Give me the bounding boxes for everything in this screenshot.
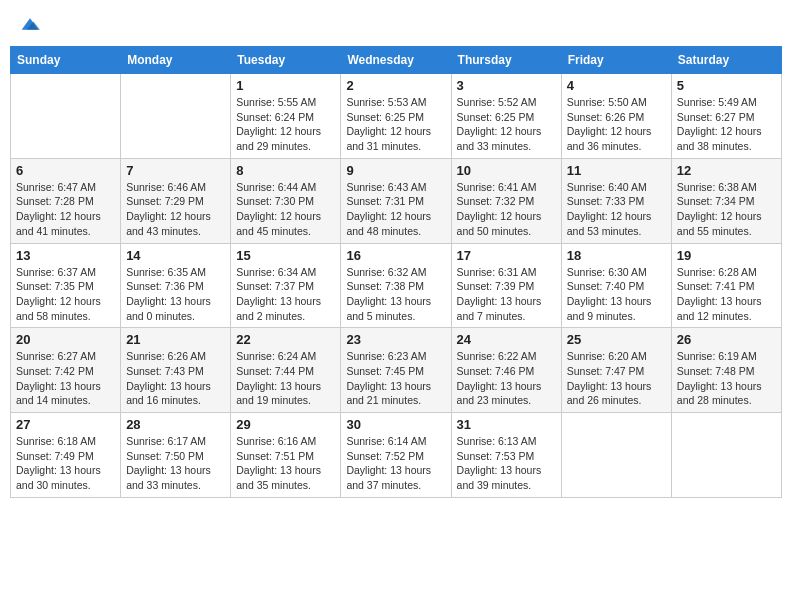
day-info: Sunrise: 5:50 AM Sunset: 6:26 PM Dayligh… <box>567 95 666 154</box>
day-info: Sunrise: 6:17 AM Sunset: 7:50 PM Dayligh… <box>126 434 225 493</box>
day-info: Sunrise: 6:35 AM Sunset: 7:36 PM Dayligh… <box>126 265 225 324</box>
day-info: Sunrise: 6:28 AM Sunset: 7:41 PM Dayligh… <box>677 265 776 324</box>
day-number: 24 <box>457 332 556 347</box>
logo-icon <box>20 14 40 34</box>
day-info: Sunrise: 6:18 AM Sunset: 7:49 PM Dayligh… <box>16 434 115 493</box>
day-number: 8 <box>236 163 335 178</box>
calendar-week-row: 1Sunrise: 5:55 AM Sunset: 6:24 PM Daylig… <box>11 74 782 159</box>
day-info: Sunrise: 6:37 AM Sunset: 7:35 PM Dayligh… <box>16 265 115 324</box>
calendar-day-cell: 18Sunrise: 6:30 AM Sunset: 7:40 PM Dayli… <box>561 243 671 328</box>
day-info: Sunrise: 6:43 AM Sunset: 7:31 PM Dayligh… <box>346 180 445 239</box>
page-header <box>10 10 782 38</box>
day-info: Sunrise: 5:49 AM Sunset: 6:27 PM Dayligh… <box>677 95 776 154</box>
calendar-day-cell: 27Sunrise: 6:18 AM Sunset: 7:49 PM Dayli… <box>11 413 121 498</box>
calendar-day-cell: 15Sunrise: 6:34 AM Sunset: 7:37 PM Dayli… <box>231 243 341 328</box>
calendar-day-cell: 25Sunrise: 6:20 AM Sunset: 7:47 PM Dayli… <box>561 328 671 413</box>
day-number: 21 <box>126 332 225 347</box>
day-number: 1 <box>236 78 335 93</box>
calendar-day-cell: 13Sunrise: 6:37 AM Sunset: 7:35 PM Dayli… <box>11 243 121 328</box>
day-number: 22 <box>236 332 335 347</box>
day-info: Sunrise: 6:40 AM Sunset: 7:33 PM Dayligh… <box>567 180 666 239</box>
day-number: 23 <box>346 332 445 347</box>
day-number: 20 <box>16 332 115 347</box>
calendar-week-row: 13Sunrise: 6:37 AM Sunset: 7:35 PM Dayli… <box>11 243 782 328</box>
calendar-day-header: Wednesday <box>341 47 451 74</box>
day-info: Sunrise: 5:52 AM Sunset: 6:25 PM Dayligh… <box>457 95 556 154</box>
day-number: 29 <box>236 417 335 432</box>
calendar-day-cell: 31Sunrise: 6:13 AM Sunset: 7:53 PM Dayli… <box>451 413 561 498</box>
day-info: Sunrise: 6:38 AM Sunset: 7:34 PM Dayligh… <box>677 180 776 239</box>
day-number: 31 <box>457 417 556 432</box>
day-number: 16 <box>346 248 445 263</box>
day-number: 15 <box>236 248 335 263</box>
day-number: 30 <box>346 417 445 432</box>
calendar-day-cell: 28Sunrise: 6:17 AM Sunset: 7:50 PM Dayli… <box>121 413 231 498</box>
day-info: Sunrise: 6:22 AM Sunset: 7:46 PM Dayligh… <box>457 349 556 408</box>
calendar-day-cell: 7Sunrise: 6:46 AM Sunset: 7:29 PM Daylig… <box>121 158 231 243</box>
day-number: 6 <box>16 163 115 178</box>
day-number: 25 <box>567 332 666 347</box>
logo <box>18 14 40 34</box>
day-number: 9 <box>346 163 445 178</box>
day-number: 18 <box>567 248 666 263</box>
day-number: 3 <box>457 78 556 93</box>
calendar-day-cell: 4Sunrise: 5:50 AM Sunset: 6:26 PM Daylig… <box>561 74 671 159</box>
day-info: Sunrise: 5:53 AM Sunset: 6:25 PM Dayligh… <box>346 95 445 154</box>
day-info: Sunrise: 6:27 AM Sunset: 7:42 PM Dayligh… <box>16 349 115 408</box>
calendar-day-header: Friday <box>561 47 671 74</box>
day-info: Sunrise: 6:31 AM Sunset: 7:39 PM Dayligh… <box>457 265 556 324</box>
calendar-day-cell <box>11 74 121 159</box>
day-info: Sunrise: 6:16 AM Sunset: 7:51 PM Dayligh… <box>236 434 335 493</box>
calendar-day-header: Monday <box>121 47 231 74</box>
day-info: Sunrise: 6:34 AM Sunset: 7:37 PM Dayligh… <box>236 265 335 324</box>
day-number: 4 <box>567 78 666 93</box>
day-info: Sunrise: 6:47 AM Sunset: 7:28 PM Dayligh… <box>16 180 115 239</box>
calendar-day-cell: 1Sunrise: 5:55 AM Sunset: 6:24 PM Daylig… <box>231 74 341 159</box>
day-number: 10 <box>457 163 556 178</box>
day-number: 7 <box>126 163 225 178</box>
day-info: Sunrise: 6:13 AM Sunset: 7:53 PM Dayligh… <box>457 434 556 493</box>
day-number: 17 <box>457 248 556 263</box>
calendar-day-cell: 30Sunrise: 6:14 AM Sunset: 7:52 PM Dayli… <box>341 413 451 498</box>
day-info: Sunrise: 6:30 AM Sunset: 7:40 PM Dayligh… <box>567 265 666 324</box>
day-number: 2 <box>346 78 445 93</box>
day-info: Sunrise: 5:55 AM Sunset: 6:24 PM Dayligh… <box>236 95 335 154</box>
calendar-day-cell <box>671 413 781 498</box>
day-number: 5 <box>677 78 776 93</box>
day-number: 11 <box>567 163 666 178</box>
day-number: 28 <box>126 417 225 432</box>
day-info: Sunrise: 6:46 AM Sunset: 7:29 PM Dayligh… <box>126 180 225 239</box>
day-info: Sunrise: 6:44 AM Sunset: 7:30 PM Dayligh… <box>236 180 335 239</box>
calendar-week-row: 27Sunrise: 6:18 AM Sunset: 7:49 PM Dayli… <box>11 413 782 498</box>
day-info: Sunrise: 6:26 AM Sunset: 7:43 PM Dayligh… <box>126 349 225 408</box>
calendar-header-row: SundayMondayTuesdayWednesdayThursdayFrid… <box>11 47 782 74</box>
calendar-day-header: Thursday <box>451 47 561 74</box>
calendar-day-cell: 3Sunrise: 5:52 AM Sunset: 6:25 PM Daylig… <box>451 74 561 159</box>
calendar-day-cell: 12Sunrise: 6:38 AM Sunset: 7:34 PM Dayli… <box>671 158 781 243</box>
day-info: Sunrise: 6:32 AM Sunset: 7:38 PM Dayligh… <box>346 265 445 324</box>
calendar-day-cell: 9Sunrise: 6:43 AM Sunset: 7:31 PM Daylig… <box>341 158 451 243</box>
calendar-day-cell: 29Sunrise: 6:16 AM Sunset: 7:51 PM Dayli… <box>231 413 341 498</box>
calendar-day-cell: 21Sunrise: 6:26 AM Sunset: 7:43 PM Dayli… <box>121 328 231 413</box>
day-number: 13 <box>16 248 115 263</box>
calendar-day-cell: 24Sunrise: 6:22 AM Sunset: 7:46 PM Dayli… <box>451 328 561 413</box>
calendar-day-cell: 22Sunrise: 6:24 AM Sunset: 7:44 PM Dayli… <box>231 328 341 413</box>
calendar-table: SundayMondayTuesdayWednesdayThursdayFrid… <box>10 46 782 498</box>
calendar-week-row: 6Sunrise: 6:47 AM Sunset: 7:28 PM Daylig… <box>11 158 782 243</box>
day-number: 19 <box>677 248 776 263</box>
calendar-day-cell: 14Sunrise: 6:35 AM Sunset: 7:36 PM Dayli… <box>121 243 231 328</box>
calendar-day-cell <box>121 74 231 159</box>
calendar-day-cell: 19Sunrise: 6:28 AM Sunset: 7:41 PM Dayli… <box>671 243 781 328</box>
day-number: 14 <box>126 248 225 263</box>
calendar-day-cell: 16Sunrise: 6:32 AM Sunset: 7:38 PM Dayli… <box>341 243 451 328</box>
calendar-day-cell: 5Sunrise: 5:49 AM Sunset: 6:27 PM Daylig… <box>671 74 781 159</box>
calendar-day-header: Saturday <box>671 47 781 74</box>
day-info: Sunrise: 6:23 AM Sunset: 7:45 PM Dayligh… <box>346 349 445 408</box>
calendar-day-cell: 6Sunrise: 6:47 AM Sunset: 7:28 PM Daylig… <box>11 158 121 243</box>
calendar-day-cell: 10Sunrise: 6:41 AM Sunset: 7:32 PM Dayli… <box>451 158 561 243</box>
calendar-week-row: 20Sunrise: 6:27 AM Sunset: 7:42 PM Dayli… <box>11 328 782 413</box>
day-number: 26 <box>677 332 776 347</box>
calendar-day-header: Tuesday <box>231 47 341 74</box>
calendar-day-header: Sunday <box>11 47 121 74</box>
calendar-day-cell: 2Sunrise: 5:53 AM Sunset: 6:25 PM Daylig… <box>341 74 451 159</box>
